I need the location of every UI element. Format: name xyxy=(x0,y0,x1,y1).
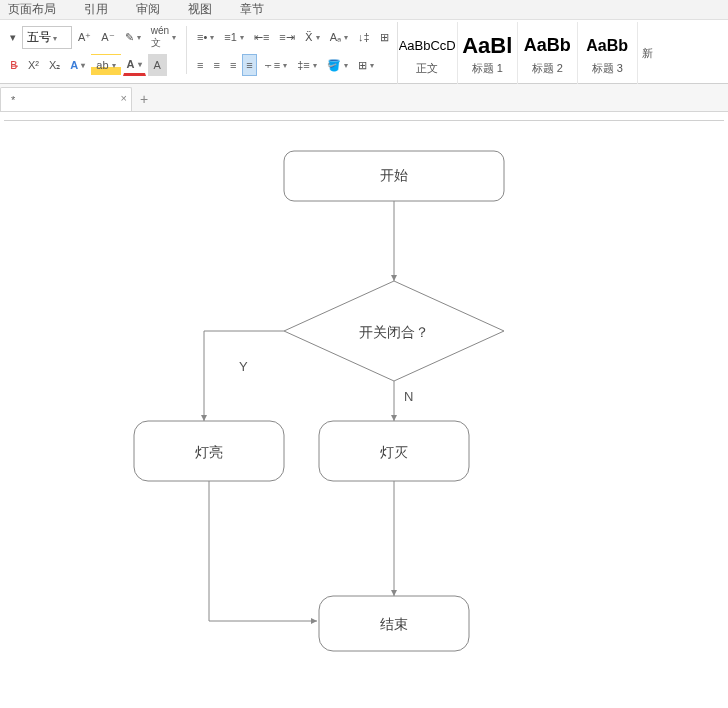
distribute-button[interactable]: ⫟≡ xyxy=(259,54,291,76)
document-tab-strip: * × + xyxy=(0,84,728,112)
clear-format-button[interactable]: ✎ xyxy=(121,26,145,48)
style-preview: AaBl xyxy=(462,31,512,61)
subscript-button[interactable]: X₂ xyxy=(45,54,64,76)
font-group: ▾ 五号 A⁺ A⁻ ✎ wén文 B̶ X² X₂ A ab A A xyxy=(2,22,184,83)
menu-bar: 页面布局 引用 审阅 视图 章节 xyxy=(0,0,728,20)
show-marks-button[interactable]: ⊞ xyxy=(376,26,393,48)
paragraph-group: ≡• ≡1 ⇤≡ ≡⇥ Ẍ Aₐ ↓‡ ⊞ ≡ ≡ ≡ ≡ ⫟≡ ‡≡ 🪣 ⊞ xyxy=(189,22,397,83)
strike-button[interactable]: B̶ xyxy=(6,54,22,76)
borders-button[interactable]: ⊞ xyxy=(354,54,378,76)
close-icon[interactable]: × xyxy=(121,92,127,104)
indent-decrease-button[interactable]: ⇤≡ xyxy=(250,26,273,48)
shading-button[interactable]: 🪣 xyxy=(323,54,352,76)
style-heading1[interactable]: AaBl 标题 1 xyxy=(458,22,518,84)
style-normal[interactable]: AaBbCcD 正文 xyxy=(398,22,458,84)
left-label: 灯亮 xyxy=(195,444,223,460)
menu-item-references[interactable]: 引用 xyxy=(84,1,108,18)
align-left-button[interactable]: ≡ xyxy=(193,54,207,76)
document-tab-title: * xyxy=(11,94,15,106)
sort-button[interactable]: ↓‡ xyxy=(354,26,374,48)
document-tab[interactable]: * × xyxy=(0,87,132,111)
phonetic-guide-button[interactable]: wén文 xyxy=(147,22,180,53)
menu-item-view[interactable]: 视图 xyxy=(188,1,212,18)
style-label: 标题 3 xyxy=(592,61,623,76)
highlight-button[interactable]: ab xyxy=(91,54,120,76)
document-canvas[interactable]: 开始 开关闭合？ Y N 灯亮 灯灭 结束 xyxy=(0,112,728,708)
align-right-button[interactable]: ≡ xyxy=(226,54,240,76)
indent-increase-button[interactable]: ≡⇥ xyxy=(275,26,298,48)
end-label: 结束 xyxy=(380,616,408,632)
add-tab-button[interactable]: + xyxy=(132,87,156,111)
font-size-select[interactable]: 五号 xyxy=(22,26,72,49)
shrink-font-button[interactable]: A⁻ xyxy=(97,26,118,48)
style-heading3[interactable]: AaBb 标题 3 xyxy=(578,22,638,84)
page: 开始 开关闭合？ Y N 灯亮 灯灭 结束 xyxy=(4,120,724,700)
menu-item-review[interactable]: 审阅 xyxy=(136,1,160,18)
font-color-button[interactable]: A xyxy=(123,54,146,76)
menu-item-chapters[interactable]: 章节 xyxy=(240,1,264,18)
text-direction-button[interactable]: Ẍ xyxy=(301,26,324,48)
change-case-button[interactable]: Aₐ xyxy=(326,26,352,48)
style-heading2[interactable]: AaBb 标题 2 xyxy=(518,22,578,84)
edge-no-label: N xyxy=(404,389,413,404)
edge-yes-label: Y xyxy=(239,359,248,374)
numbering-button[interactable]: ≡1 xyxy=(220,26,248,48)
char-shading-button[interactable]: A xyxy=(148,54,167,76)
style-label: 标题 1 xyxy=(472,61,503,76)
start-label: 开始 xyxy=(380,167,408,183)
style-preview: AaBbCcD xyxy=(399,31,456,61)
style-preview: AaBb xyxy=(586,31,628,61)
new-style-button[interactable]: 新 xyxy=(638,22,657,83)
line-spacing-button[interactable]: ‡≡ xyxy=(293,54,321,76)
text-effect-button[interactable]: A xyxy=(66,54,89,76)
style-label: 标题 2 xyxy=(532,61,563,76)
flowchart: 开始 开关闭合？ Y N 灯亮 灯灭 结束 xyxy=(4,121,724,701)
separator xyxy=(186,26,187,74)
menu-item-layout[interactable]: 页面布局 xyxy=(8,1,56,18)
font-family-dropdown[interactable]: ▾ xyxy=(6,26,20,48)
superscript-button[interactable]: X² xyxy=(24,54,43,76)
grow-font-button[interactable]: A⁺ xyxy=(74,26,95,48)
style-gallery: AaBbCcD 正文 AaBl 标题 1 AaBb 标题 2 AaBb 标题 3 xyxy=(397,22,638,84)
ribbon: ▾ 五号 A⁺ A⁻ ✎ wén文 B̶ X² X₂ A ab A A ≡• ≡… xyxy=(0,20,728,84)
style-preview: AaBb xyxy=(524,31,571,61)
decision-label: 开关闭合？ xyxy=(359,324,429,340)
bullets-button[interactable]: ≡• xyxy=(193,26,218,48)
edge-yes xyxy=(204,331,284,421)
align-justify-button[interactable]: ≡ xyxy=(242,54,256,76)
edge-left-end xyxy=(209,481,317,621)
right-label: 灯灭 xyxy=(380,444,408,460)
style-label: 正文 xyxy=(416,61,438,76)
align-center-button[interactable]: ≡ xyxy=(209,54,223,76)
